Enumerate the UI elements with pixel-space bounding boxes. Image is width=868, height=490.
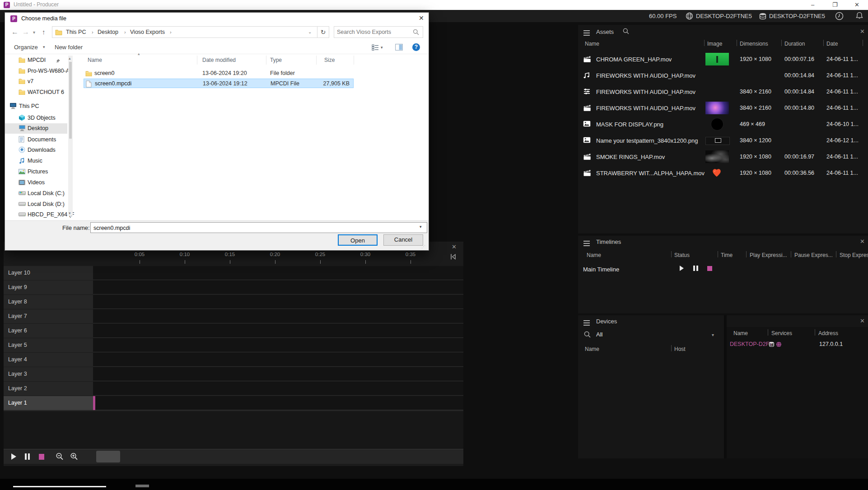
- file-col-size[interactable]: Size: [324, 57, 335, 63]
- sidebar-item-3d-objects[interactable]: 3D Objects: [28, 113, 56, 123]
- layer-track[interactable]: [93, 382, 463, 396]
- layer-track[interactable]: [93, 280, 463, 294]
- view-chevron-icon[interactable]: ▾: [381, 45, 383, 50]
- sidebar-item-desktop[interactable]: Desktop: [28, 124, 48, 133]
- notifications-bell-icon[interactable]: [856, 12, 863, 22]
- sidebar-item-documents[interactable]: Documents: [28, 135, 56, 145]
- dialog-close-icon[interactable]: ✕: [419, 14, 424, 22]
- open-button[interactable]: Open: [338, 234, 378, 246]
- timelines-col-stop-expression[interactable]: Stop Expres: [840, 252, 868, 258]
- new-folder-button[interactable]: New folder: [55, 44, 83, 51]
- layer-label-layer-4[interactable]: Layer 4: [4, 353, 93, 367]
- primary-host-label[interactable]: DESKTOP-D2FTNE5: [696, 10, 752, 22]
- asset-row[interactable]: CHROMA GREEN_HAP.mov1920 × 108000:00:07.…: [578, 51, 868, 67]
- layer-label-layer-8[interactable]: Layer 8: [4, 295, 93, 309]
- cancel-button[interactable]: Cancel: [383, 234, 423, 246]
- address-dropdown-chevron-icon[interactable]: ⌄: [308, 29, 312, 34]
- timelines-col-pause-expression[interactable]: Pause Expres...: [794, 252, 833, 258]
- timeline-play-icon[interactable]: [680, 266, 684, 271]
- timelines-menu-icon[interactable]: [583, 239, 590, 247]
- timelines-col-play-expression[interactable]: Play Expressi...: [750, 252, 787, 258]
- help-icon[interactable]: ?: [412, 43, 420, 51]
- timelines-col-status[interactable]: Status: [674, 252, 690, 258]
- bottom-scroll-indicator[interactable]: [13, 486, 106, 487]
- zoom-out-icon[interactable]: [56, 453, 64, 462]
- asset-row[interactable]: FIREWORKS WITH AUDIO_HAP.mov3840 × 21600…: [578, 100, 868, 116]
- view-list-icon[interactable]: [372, 44, 379, 52]
- filename-combobox[interactable]: ▾: [90, 222, 427, 233]
- restore-button[interactable]: ❐: [832, 0, 838, 10]
- sidebar-item-watchout-6[interactable]: WATCHOUT 6: [28, 88, 64, 97]
- layer-label-layer-5[interactable]: Layer 5: [4, 338, 93, 352]
- devices-col-services[interactable]: Services: [771, 330, 792, 336]
- devices-filter-value[interactable]: All: [596, 331, 602, 338]
- layer-label-layer-10[interactable]: Layer 10: [4, 266, 93, 280]
- file-row[interactable]: screen013-06-2024 19:20File folder: [84, 69, 354, 78]
- refresh-icon[interactable]: ↻: [317, 26, 329, 38]
- timeline-row-name[interactable]: Main Timeline: [583, 266, 619, 273]
- layer-label-layer-9[interactable]: Layer 9: [4, 280, 93, 294]
- assets-close-icon[interactable]: ✕: [860, 28, 865, 34]
- timelines-col-time[interactable]: Time: [721, 252, 733, 258]
- layer-track[interactable]: [93, 367, 463, 381]
- layer-track[interactable]: [93, 353, 463, 367]
- devices-col-address[interactable]: Address: [818, 330, 838, 336]
- history-chevron-icon[interactable]: ▾: [33, 30, 35, 35]
- secondary-host-label[interactable]: DESKTOP-D2FTNE5: [769, 10, 825, 22]
- file-col-type[interactable]: Type: [270, 57, 282, 63]
- breadcrumb-vioso-exports[interactable]: Vioso Exports: [130, 29, 165, 35]
- pause-icon[interactable]: [25, 453, 31, 460]
- sidebar-item-mpcdi[interactable]: MPCDI: [28, 56, 46, 65]
- asset-row[interactable]: STRAWBERRY WIT...ALPHA_HAPA.mov1920 × 10…: [578, 165, 868, 181]
- layer-label-layer-6[interactable]: Layer 6: [4, 324, 93, 338]
- bottom-scroll-thumb[interactable]: [135, 485, 149, 487]
- search-box[interactable]: [334, 26, 423, 38]
- sidebar-item-videos[interactable]: Videos: [28, 178, 45, 187]
- assets-search-icon[interactable]: [623, 28, 629, 36]
- sidebar-item-local-disk-d-[interactable]: Local Disk (D:): [28, 200, 65, 209]
- file-col-name[interactable]: Name: [88, 57, 102, 63]
- assets-col-name[interactable]: Name: [585, 41, 599, 47]
- search-input[interactable]: [336, 28, 410, 37]
- search-magnifier-icon[interactable]: [413, 29, 419, 37]
- filename-input[interactable]: [93, 224, 411, 232]
- file-col-date-modified[interactable]: Date modified: [202, 57, 236, 63]
- devices-left-col-name[interactable]: Name: [585, 346, 599, 352]
- layer-label-layer-2[interactable]: Layer 2: [4, 382, 93, 396]
- sidebar-item-this-pc[interactable]: This PC: [19, 102, 39, 111]
- layer-track[interactable]: [93, 266, 463, 280]
- layer-label-layer-1[interactable]: Layer 1: [4, 396, 93, 410]
- assets-menu-icon[interactable]: [583, 29, 590, 37]
- stop-icon[interactable]: [39, 454, 44, 460]
- asset-row[interactable]: MASK FOR DISPLAY.png469 × 46924-06-10 1.…: [578, 116, 868, 132]
- devices-close-icon[interactable]: ✕: [860, 318, 865, 324]
- forward-icon[interactable]: →: [22, 28, 29, 36]
- asset-row[interactable]: FIREWORKS WITH AUDIO_HAP.mov00:00:14.842…: [578, 67, 868, 84]
- close-button[interactable]: ✕: [854, 0, 859, 10]
- preview-pane-icon[interactable]: [395, 44, 403, 52]
- timeline-empty-area[interactable]: [4, 411, 463, 449]
- zoom-in-icon[interactable]: [70, 453, 78, 462]
- nav-scrollbar-thumb[interactable]: [69, 62, 72, 139]
- asset-row[interactable]: Name your testpattern_3840x1200.png3840 …: [578, 132, 868, 149]
- timeline-stop-icon[interactable]: [707, 266, 712, 271]
- sidebar-item-music[interactable]: Music: [28, 156, 42, 166]
- back-icon[interactable]: ←: [11, 28, 19, 36]
- timeline-pause-icon[interactable]: [693, 266, 700, 271]
- layer-track[interactable]: [93, 396, 463, 410]
- layer-label-layer-3[interactable]: Layer 3: [4, 367, 93, 381]
- timeline-close-icon[interactable]: ✕: [452, 244, 457, 250]
- layer-track[interactable]: [93, 324, 463, 338]
- devices-search-icon[interactable]: [584, 331, 591, 340]
- assets-col-date[interactable]: Date: [826, 41, 838, 47]
- sidebar-item-hbcd-pe-x64-f[interactable]: HBCD_PE_X64 (F: [28, 210, 75, 219]
- file-row[interactable]: screen0.mpcdi13-06-2024 19:12MPCDI File2…: [84, 79, 354, 88]
- breadcrumb-desktop[interactable]: Desktop: [98, 29, 118, 35]
- devices-col-name[interactable]: Name: [733, 330, 748, 336]
- breadcrumb-this-pc[interactable]: This PC: [66, 29, 86, 35]
- skip-to-start-icon[interactable]: [450, 253, 457, 262]
- minimize-button[interactable]: –: [811, 0, 814, 10]
- asset-row[interactable]: SMOKE RINGS_HAP.mov1920 × 108000:00:16.9…: [578, 149, 868, 165]
- assets-col-duration[interactable]: Duration: [784, 41, 805, 47]
- layer-label-layer-7[interactable]: Layer 7: [4, 309, 93, 323]
